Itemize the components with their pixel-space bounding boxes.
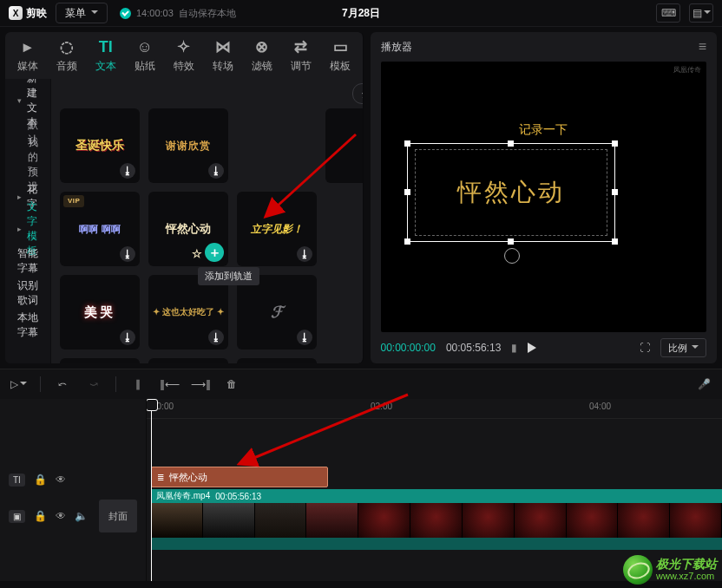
download-icon[interactable]: ⭳	[208, 163, 224, 179]
sidebar-item-lyrics[interactable]: 识别歌词	[9, 278, 47, 309]
text-track-header: TI 🔒 👁	[0, 467, 146, 493]
sidebar-item-smart-caption[interactable]: 智能字幕	[9, 245, 47, 277]
filter-all-dropdown[interactable]: 全部 ⇅	[352, 83, 363, 104]
time-ruler[interactable]: 00:00 02:00 04:00	[147, 399, 722, 419]
visibility-icon[interactable]: 👁	[56, 510, 66, 522]
split-left-button[interactable]: ‖⟵	[160, 375, 179, 394]
sidebar-item-new-text[interactable]: ▾新建文本	[9, 85, 47, 116]
template-card[interactable]: 谢谢欣赏⭳	[148, 108, 228, 183]
logo-icon: X	[9, 6, 23, 20]
favorite-icon[interactable]: ☆	[192, 247, 202, 261]
media-icon: ▸	[23, 37, 31, 56]
preview-controls: 00:00:00:00 00:05:56:13 ▮ ⛶ 比例	[371, 332, 718, 363]
preview-subtitle: 记录一下	[381, 122, 707, 138]
template-card[interactable]	[148, 358, 228, 363]
delete-clip-button[interactable]: 🗑	[222, 375, 241, 394]
seek-tick-icon[interactable]: ▮	[511, 342, 517, 354]
download-icon[interactable]: ⭳	[297, 330, 312, 345]
tab-template[interactable]: ▭模板	[324, 35, 358, 76]
redo-button[interactable]: ⤻	[84, 375, 103, 394]
play-button[interactable]	[528, 343, 536, 353]
watermark-url: www.xz7.com	[656, 570, 717, 582]
template-card[interactable]: ✦ 这也太好吃了 ✦⭳	[148, 275, 228, 350]
text-clip[interactable]: ≣ 怦然心动	[151, 467, 328, 487]
timeline: TI 🔒 👁 ▣ 🔒 👁 🔈 封面 00:00 02:00 04:00 ≣ 怦然…	[0, 399, 722, 581]
download-icon[interactable]: ⭳	[120, 330, 135, 345]
download-icon[interactable]: ⭳	[120, 246, 135, 262]
split-right-button[interactable]: ⟶‖	[191, 375, 210, 394]
sidebar-item-text-template[interactable]: ▸文字模板	[9, 213, 47, 245]
video-clip[interactable]: 凤凰传奇.mp4 00:05:56:13	[147, 489, 722, 538]
sidebar-item-my-presets[interactable]: 我的预设	[9, 149, 47, 180]
add-to-track-button[interactable]: ＋	[205, 243, 224, 262]
tab-adjust[interactable]: ⇄调节	[284, 35, 318, 76]
template-card[interactable]: 立字见影！⭳	[237, 192, 317, 266]
download-icon[interactable]: ⭳	[208, 330, 224, 345]
visibility-icon[interactable]: 👁	[56, 474, 66, 486]
effects-icon: ✧	[177, 37, 190, 56]
record-voiceover-button[interactable]: 🎤	[694, 375, 713, 394]
tab-filter[interactable]: ⊗滤镜	[245, 35, 279, 76]
text-bounding-box[interactable]: 怦然心动	[407, 143, 615, 242]
tab-effects[interactable]: ✧特效	[167, 35, 200, 76]
tab-audio[interactable]: ◌音频	[49, 35, 83, 76]
playhead[interactable]	[151, 401, 152, 581]
video-clip-duration: 00:05:56:13	[215, 492, 261, 501]
main-menu-label: 菜单	[65, 6, 86, 21]
video-track-badge: ▣	[9, 510, 25, 523]
layout-icon[interactable]: ▤	[689, 3, 713, 23]
aspect-ratio-dropdown[interactable]: 比例	[660, 338, 706, 357]
chevron-down-icon	[692, 342, 699, 354]
tab-transition[interactable]: ⋈转场	[206, 35, 240, 76]
current-timecode: 00:00:00:00	[381, 342, 436, 354]
text-track-badge: TI	[9, 474, 25, 487]
top-bar: X 剪映 菜单 14:00:03 自动保存本地 7月28日 ⌨ ▤	[0, 0, 722, 27]
chevron-down-icon	[704, 7, 711, 20]
site-watermark: 极光下载站 www.xz7.com	[623, 555, 717, 585]
main-menu-dropdown[interactable]: 菜单	[56, 3, 108, 23]
project-date-title: 7月28日	[342, 6, 380, 21]
timeline-tracks[interactable]: 00:00 02:00 04:00 ≣ 怦然心动 凤凰传奇.mp4 00:05:…	[147, 399, 722, 581]
ruler-label: 02:00	[371, 402, 392, 411]
watermark-title: 极光下载站	[656, 558, 717, 570]
tab-media[interactable]: ▸媒体	[10, 35, 44, 76]
text-clip-label: 怦然心动	[169, 471, 207, 484]
check-icon	[120, 8, 131, 19]
panel-menu-icon[interactable]: ≡	[699, 39, 706, 55]
vip-badge: VIP	[63, 195, 84, 207]
template-card[interactable]: 圣诞快乐⭳	[60, 108, 140, 183]
template-card[interactable]: ⭳	[325, 108, 363, 183]
text-category-sidebar: ▾新建文本 默认 我的预设 ▸花字 ▸文字模板 智能字幕 识别歌词 本地字幕	[5, 79, 51, 363]
filter-icon: ⊗	[255, 37, 268, 56]
sidebar-item-local-caption[interactable]: 本地字幕	[9, 310, 47, 341]
lock-icon[interactable]: 🔒	[34, 510, 47, 522]
preview-text-content: 怦然心动	[457, 176, 565, 209]
video-preview[interactable]: 凤凰传奇 记录一下 怦然心动	[381, 62, 707, 332]
tab-text[interactable]: TI文本	[89, 35, 122, 76]
split-clip-button[interactable]: ∥	[128, 375, 148, 394]
video-clip-name: 凤凰传奇.mp4	[156, 490, 210, 502]
asset-type-tabs: ▸媒体 ◌音频 TI文本 ☺贴纸 ✧特效 ⋈转场 ⊗滤镜 ⇄调节 ▭模板	[5, 32, 363, 79]
cover-frame-button[interactable]: 封面	[99, 500, 137, 532]
audio-waveform[interactable]	[151, 538, 722, 550]
adjust-icon: ⇄	[294, 37, 307, 56]
template-card[interactable]: ℱ⭳	[237, 275, 317, 350]
template-card[interactable]: VIP啊啊 啊啊⭳	[60, 192, 140, 266]
fullscreen-icon[interactable]: ⛶	[640, 342, 650, 354]
lock-icon[interactable]: 🔒	[34, 474, 47, 486]
transition-icon: ⋈	[215, 37, 231, 56]
download-icon[interactable]: ⭳	[120, 163, 135, 179]
template-card[interactable]: ↖	[237, 358, 317, 363]
tab-sticker[interactable]: ☺贴纸	[128, 35, 161, 76]
download-icon[interactable]: ⭳	[297, 246, 312, 262]
rotate-handle[interactable]	[504, 248, 520, 264]
template-card-hover[interactable]: 怦然心动 ☆ ＋ 添加到轨道	[148, 192, 228, 266]
template-card[interactable]: 美哭⭳	[60, 275, 140, 350]
autosave-time: 14:00:03	[136, 8, 174, 18]
template-card[interactable]	[60, 358, 140, 363]
mute-icon[interactable]: 🔈	[75, 510, 88, 522]
pointer-tool[interactable]: ▷	[9, 375, 28, 394]
keyboard-shortcuts-icon[interactable]: ⌨	[656, 3, 680, 23]
template-grid: 圣诞快乐⭳ 谢谢欣赏⭳ ⭳ VIP啊啊 啊啊⭳ 怦然心动 ☆ ＋ 添加到轨道	[51, 108, 363, 363]
undo-button[interactable]: ⤺	[53, 375, 72, 394]
